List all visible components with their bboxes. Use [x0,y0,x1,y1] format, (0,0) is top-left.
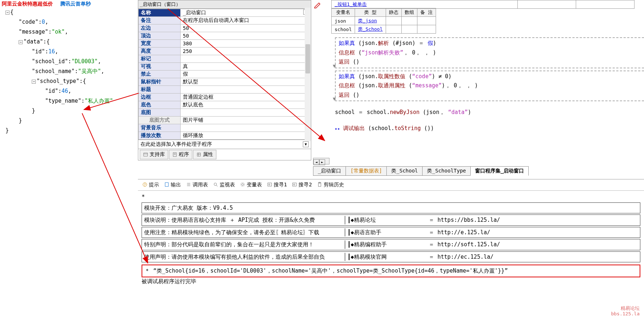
prop-value[interactable]: 50 [181,24,311,32]
output-tab[interactable]: 监视表 [211,181,237,189]
prop-key: 底图 [139,109,181,117]
prop-value[interactable] [181,124,311,132]
prop-key: 鼠标指针 [139,78,181,86]
collapse-icon[interactable]: − [5,11,9,15]
prop-value[interactable]: 默认型 [181,78,311,86]
prop-row[interactable]: 左边50 [139,24,311,32]
code-line[interactable]: 信息框 (json.取通用属性 (“message”)， 0， ， ) [339,81,641,91]
prop-value[interactable] [181,109,311,117]
prop-key: 底色 [139,101,181,109]
prop-row[interactable]: 高度250 [139,48,311,55]
prop-value[interactable] [181,86,311,94]
svg-rect-10 [165,182,169,186]
collapse-icon[interactable]: − [32,80,36,84]
code-tab[interactable]: 类_SchoolType [422,166,471,176]
code-editor-panel: _按钮1_被单击 变量名类 型静态数组备 注 json类_jsonschool类… [313,0,644,164]
prop-value[interactable] [181,55,311,63]
prop-value[interactable]: 假 [181,71,311,78]
watermark: 精易论坛 bbs.125.la [611,305,640,317]
code-tab[interactable]: 窗口程序集_启动窗口 [470,166,529,176]
prop-row[interactable]: 可视真 [139,63,311,71]
prop-key: 标记 [139,55,181,63]
prop-value[interactable]: 默认底色 [181,101,311,109]
proc-name-table: _按钮1_被单击 [331,0,635,9]
code-line[interactable]: 如果真 (json.取属性数值 (“code”) ≠ 0) [339,72,641,81]
code-line[interactable]: ▸▸ 调试输出 (school.toString ()) [335,124,644,133]
output-tab[interactable]: 搜寻1 [265,181,289,189]
code-tab[interactable]: [常量数据表] [346,166,387,176]
scroll-left-icon[interactable]: ◄ [313,159,319,165]
prop-row[interactable]: 备注在程序启动后自动调入本窗口 [139,17,311,24]
prop-key: 边框 [139,94,181,101]
prop-row[interactable]: 宽度380 [139,40,311,48]
if-block: 如果真 (json.取属性数值 (“code”) ≠ 0)信息框 (json.取… [335,71,644,102]
output-star: * [142,193,640,201]
prop-value[interactable]: 普通固定边框 [181,94,311,101]
code-line[interactable]: school ＝ school.newByJson (json， “data”) [335,108,644,117]
output-highlight-line: ＊ “类_School{id=16，schoolId='DL0003'，scho… [142,265,640,277]
code-tab[interactable]: 类_School [386,166,423,176]
prop-row[interactable]: 底图 [139,109,311,117]
var-header: 静态 [386,8,401,17]
pencil-icon [314,1,322,9]
prop-row[interactable]: 禁止假 [139,71,311,78]
prop-value[interactable]: 在程序启动后自动调入本窗口 [181,17,311,24]
prop-row[interactable]: 底图方式图片平铺 [139,117,311,124]
prop-row[interactable]: 背景音乐 [139,124,311,132]
output-tab[interactable]: 调用表 [184,181,210,189]
svg-point-16 [242,183,243,185]
prop-key: 备注 [139,17,181,24]
collapse-icon[interactable]: − [19,40,23,44]
prop-value[interactable]: 380 [181,40,311,48]
prop-key: 左边 [139,24,181,32]
event-placeholder-text: 在此处选择加入事件处理子程序 [140,141,212,148]
prop-key: 顶边 [139,32,181,40]
prop-value[interactable]: 循环播放 [181,132,311,140]
props-tab[interactable]: 支持库 [140,150,168,159]
event-dropdown-icon[interactable]: ▼ [303,141,309,147]
prop-value[interactable]: 50 [181,32,311,40]
find-icon [292,182,297,188]
prop-row[interactable]: 鼠标指针默认型 [139,78,311,86]
props-table: 名称_启动窗口…备注在程序启动后自动调入本窗口左边50顶边50宽度380高度25… [138,9,311,140]
prop-row[interactable]: 底色默认底色 [139,101,311,109]
props-tab[interactable]: 程序 [169,150,192,159]
code-line[interactable]: 如果真 (json.解析 (#json) ＝ 假) [339,39,641,48]
prop-row[interactable]: 顶边50 [139,32,311,40]
output-tab[interactable]: ?提示 [140,181,161,189]
prop-value[interactable]: _启动窗口… [181,9,311,17]
output-row: 使用注意：精易模块纯绿色，为了确保安全，请务必至〖精易论坛〗下载┃◆易语言助手＝… [142,227,640,238]
code-line[interactable]: 返回 () [339,91,641,100]
props-scrollbar[interactable] [305,8,311,141]
prop-value[interactable]: 真 [181,63,311,71]
code-line[interactable]: 信息框 (“json解析失败”， 0， ， ) [339,48,641,58]
prop-row[interactable]: 名称_启动窗口… [139,9,311,17]
props-tab[interactable]: 属性 [193,150,216,159]
prop-row[interactable]: 标记 [139,55,311,63]
prop-key: 标题 [139,86,181,94]
list-icon [186,182,191,188]
output-tab[interactable]: 搜寻2 [290,181,314,189]
svg-rect-0 [144,153,148,156]
prop-row[interactable]: 边框普通固定边框 [139,94,311,101]
var-row[interactable]: school类_School [332,25,436,34]
arrow-down-icon: ▼ [333,62,336,71]
var-header: 变量名 [332,8,355,17]
output-tab[interactable]: 变量表 [238,181,264,189]
code-line[interactable]: 返回 () [339,57,641,67]
svg-line-15 [216,185,218,186]
props-event-selector[interactable]: 在此处选择加入事件处理子程序 ▼ [138,140,311,149]
output-tab[interactable]: 剪辑历史 [315,181,346,189]
prop-key: 背景音乐 [139,124,181,132]
prop-row[interactable]: 标题 [139,86,311,94]
var-row[interactable]: json类_json [332,17,436,25]
gear-icon [240,182,245,188]
code-hscrollbar[interactable]: ◄► [313,158,329,164]
prop-value[interactable]: 250 [181,48,311,55]
prop-value[interactable]: 图片平铺 [181,117,311,124]
output-tab[interactable]: 输出 [162,181,183,189]
scroll-right-icon[interactable]: ► [319,159,325,165]
code-tab[interactable]: _启动窗口 [313,166,346,176]
prop-row[interactable]: 播放次数循环播放 [139,132,311,140]
proc-link[interactable]: _按钮1_被单击 [335,1,367,7]
